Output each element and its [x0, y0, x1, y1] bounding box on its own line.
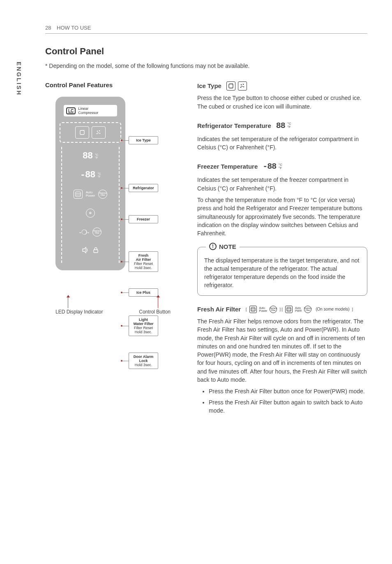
freezer-temp-display: -88 °C°F: [62, 166, 119, 185]
door-alarm-lock-display: [62, 241, 119, 260]
ice-plus-button-label: Ice Plus: [129, 288, 158, 297]
section-name: HOW TO USE: [57, 25, 91, 31]
fresh-air-bullet-2: Press the Fresh Air Filter button again …: [209, 398, 367, 415]
crushed-ice-icon: [238, 81, 247, 91]
ice-type-heading: Ice Type: [197, 81, 221, 91]
temp-digits-icon: 88: [276, 120, 285, 132]
freezer-button-label: Freezer: [129, 215, 158, 223]
note-box: ! NOTE The displayed temperature is the …: [197, 247, 367, 296]
svg-point-1: [83, 130, 84, 131]
refrigerator-temp-section: Refrigerator Temperature 88 °C°F Indicat…: [197, 120, 367, 152]
svg-rect-0: [80, 130, 84, 135]
ice-plus-display: ❄: [62, 204, 119, 223]
refrigerator-button-label: Refrigerator: [129, 184, 158, 192]
page-title: Control Panel: [45, 46, 367, 57]
svg-rect-12: [229, 84, 233, 88]
ice-type-section: Ice Type Press the Ice Type button to ch…: [197, 81, 367, 111]
door-alarm-lock-button-label: Door AlarmLock Hold 3sec.: [129, 353, 158, 369]
svg-rect-22: [287, 307, 291, 311]
page-header: 28 HOW TO USE: [45, 25, 367, 34]
led-display-caption: LED Display Indicator: [55, 297, 103, 315]
svg-point-5: [99, 133, 101, 134]
freezer-temp-body1: Indicates the set temperature of the fre…: [197, 176, 367, 193]
lc-line1: Linear: [78, 107, 88, 111]
svg-rect-19: [251, 307, 255, 311]
svg-rect-11: [94, 250, 98, 253]
fresh-air-heading: Fresh Air Filter: [197, 305, 241, 314]
control-panel-diagram: LC Linear Compressor: [55, 97, 171, 298]
refrigerator-temp-body: Indicates the set temperature of the ref…: [197, 135, 367, 152]
fresh-air-filter-display: AutoPower Replace Filter: [62, 185, 119, 204]
svg-point-18: [240, 87, 241, 88]
refrigerator-temp-heading: Refrigerator Temperature: [197, 121, 271, 130]
availability-note: * Depending on the model, some of the fo…: [45, 63, 367, 69]
note-label: NOTE: [219, 242, 236, 251]
freezer-temp-body2: To change the temperature mode from °F t…: [197, 196, 367, 237]
ice-type-indicator-group: [60, 122, 121, 143]
freezer-temp-section: Freezer Temperature -88 °C°F Indicates t…: [197, 160, 367, 237]
language-tab: ENGLISH: [16, 62, 22, 96]
filter-grid-icon: [74, 190, 83, 199]
snowflake-icon: ❄: [86, 209, 95, 218]
replace-water-filter-icon: Replace Filter: [92, 227, 101, 237]
svg-point-16: [242, 86, 242, 87]
speaker-icon: [82, 246, 89, 255]
filter-grid-icon: [285, 306, 293, 313]
replace-filter-circle-icon: Replace Filter: [270, 306, 277, 313]
ice-type-body: Press the Ice Type button to choose eith…: [197, 94, 367, 111]
svg-point-17: [243, 86, 244, 87]
fresh-air-body: The Fresh Air Filter helps remove odors …: [197, 317, 367, 384]
ice-type-button-label: Ice Type: [129, 136, 158, 144]
svg-point-15: [243, 84, 244, 85]
lock-icon: [92, 247, 99, 255]
fresh-air-bullet-1: Press the Fresh Air Filter button once f…: [209, 387, 367, 395]
features-subhead: Control Panel Features: [45, 81, 181, 88]
svg-point-13: [232, 84, 233, 84]
replace-filter-circle-icon: Replace Filter: [304, 306, 311, 313]
fresh-air-filter-button-label: FreshAir Filter Filter ResetHold 3sec.: [129, 251, 158, 272]
lc-icon: LC: [66, 107, 76, 114]
replace-filter-icon: Replace Filter: [98, 190, 107, 199]
cubed-ice-icon: [75, 126, 89, 139]
refrigerator-temp-display: 88 °C°F: [62, 147, 119, 166]
freezer-temp-heading: Freezer Temperature: [197, 162, 258, 171]
note-body: The displayed temperature is the target …: [204, 256, 360, 290]
svg-rect-7: [76, 192, 81, 197]
svg-point-4: [98, 132, 99, 134]
temp-digits-neg-icon: -88: [263, 160, 276, 172]
fresh-air-filter-section: Fresh Air Filter [ AutoPower Replace Fil…: [197, 305, 367, 415]
linear-compressor-badge: LC Linear Compressor: [64, 105, 117, 116]
page-number: 28: [45, 25, 51, 31]
light-bulb-icon: -❍-: [79, 228, 90, 236]
svg-point-2: [97, 131, 98, 132]
svg-point-14: [241, 84, 242, 85]
control-button-caption: Control Button: [139, 297, 171, 315]
crushed-ice-icon: [92, 126, 106, 139]
svg-point-6: [97, 133, 98, 135]
light-water-filter-button-label: LightWater Filter Filter ResetHold 3sec.: [129, 316, 158, 336]
cubed-ice-icon: [226, 81, 235, 91]
svg-marker-10: [83, 247, 86, 253]
light-water-filter-display: -❍- Replace Filter: [62, 223, 119, 241]
filter-grid-icon: [249, 306, 257, 313]
lc-line2: Compressor: [78, 111, 98, 115]
svg-point-3: [99, 130, 100, 132]
on-some-models-note: (On some models): [316, 306, 349, 313]
exclamation-icon: !: [209, 243, 217, 250]
